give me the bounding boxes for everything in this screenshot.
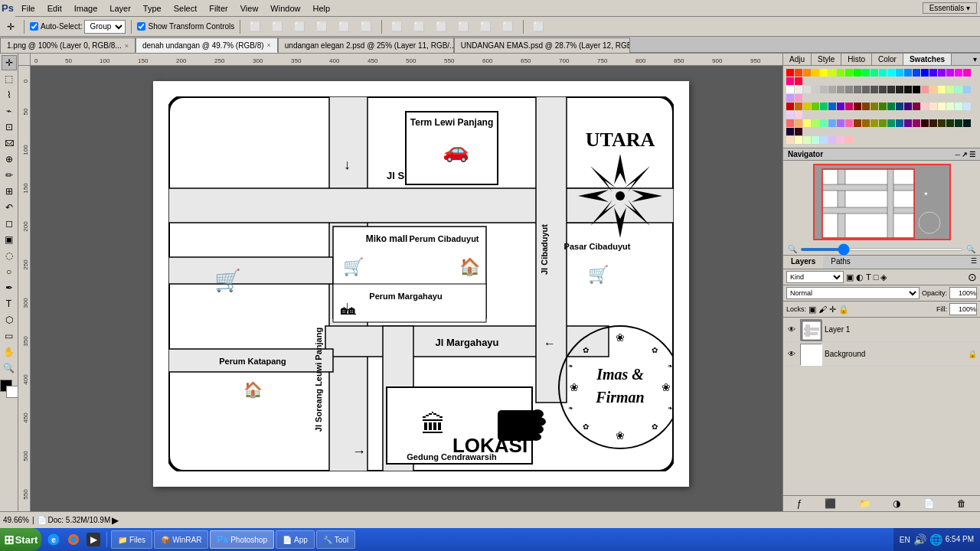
dist-h2-btn[interactable]: ⬜ — [432, 19, 451, 34]
swatch-000000[interactable] — [913, 86, 920, 93]
move-tool[interactable]: ✛ — [2, 55, 17, 70]
align-right-btn[interactable]: ⬜ — [290, 19, 309, 34]
swatch-777777[interactable] — [854, 86, 861, 93]
swatch-00ccff[interactable] — [896, 69, 903, 77]
swatch-669900[interactable] — [879, 119, 887, 127]
swatch-0088ff[interactable] — [904, 69, 912, 77]
background-color[interactable] — [6, 386, 18, 398]
navigator-minimize[interactable]: ─ — [956, 151, 960, 158]
swatch-330019[interactable] — [795, 128, 802, 135]
taskbar-app7-item[interactable]: 🔧Tool — [316, 530, 355, 549]
swatch-ff9999[interactable] — [921, 86, 929, 93]
tab-adjust[interactable]: Adju — [783, 54, 812, 65]
swatch-4400ff[interactable] — [929, 69, 937, 77]
swatch-00ffff[interactable] — [887, 69, 895, 77]
swatch-808000[interactable] — [871, 103, 878, 110]
layer-row-bg[interactable]: 👁 Background 🔒 — [783, 342, 980, 367]
swatch-ffddbb[interactable] — [786, 136, 794, 144]
layer-1-visibility[interactable]: 👁 — [786, 324, 797, 335]
add-mask-btn[interactable]: ⬛ — [825, 498, 836, 509]
align-top-btn[interactable]: ⬜ — [312, 19, 332, 34]
tab-1[interactable]: 1.png @ 100% (Layer 0, RGB/8... × — [0, 37, 136, 53]
align-bottom-btn[interactable]: ⬜ — [357, 19, 376, 34]
swatch-004080[interactable] — [896, 103, 903, 110]
status-doc-icon[interactable]: 📄 — [38, 516, 47, 524]
swatch-0044ff[interactable] — [913, 69, 920, 77]
blend-mode-select[interactable]: Normal Dissolve Multiply Screen Overlay — [786, 287, 920, 299]
swatch-ff8800[interactable] — [803, 69, 811, 77]
dist-v3-btn[interactable]: ⬜ — [498, 19, 518, 34]
swatch-ff0000[interactable] — [786, 69, 794, 77]
zoom-out-icon[interactable]: 🔍 — [788, 245, 797, 253]
filter-shape-icon[interactable]: □ — [874, 272, 879, 282]
swatch-6600cc[interactable] — [837, 103, 844, 110]
lock-all-btn[interactable]: 🔒 — [838, 305, 849, 315]
lock-image-btn[interactable]: 🖌 — [818, 305, 827, 314]
navigator-expand[interactable]: ↗ — [962, 151, 968, 158]
swatch-006699[interactable] — [896, 119, 903, 127]
tray-clock[interactable]: 6:54 PM — [946, 534, 974, 545]
swatch-0066cc[interactable] — [828, 103, 836, 110]
swatch-666666[interactable] — [862, 86, 870, 93]
swatch-330000[interactable] — [921, 119, 929, 127]
new-layer-btn[interactable]: 📄 — [923, 498, 935, 509]
menu-layer[interactable]: Layer — [103, 2, 137, 15]
swatch-ffbbbb[interactable] — [845, 136, 853, 144]
swatch-00ff88[interactable] — [871, 69, 878, 77]
layer-bg-visibility[interactable]: 👁 — [786, 349, 797, 360]
swatch-bbddff[interactable] — [820, 136, 828, 144]
swatch-003319[interactable] — [955, 119, 962, 127]
swatch-009966[interactable] — [887, 119, 895, 127]
swatch-cc99ff[interactable] — [786, 94, 794, 102]
swatch-ffbbdd[interactable] — [837, 136, 844, 144]
navigator-menu[interactable]: ☰ — [969, 151, 975, 158]
taskbar-ie-icon[interactable]: e — [44, 530, 63, 549]
dist-h3-btn[interactable]: ⬜ — [476, 19, 495, 34]
swatch-660099[interactable] — [904, 119, 912, 127]
swatch-993300[interactable] — [854, 119, 861, 127]
swatch-e5ccff[interactable] — [786, 111, 794, 119]
dist-v-btn[interactable]: ⬜ — [410, 19, 429, 34]
taskbar-app6-item[interactable]: 📄App — [276, 530, 315, 549]
tab-layers[interactable]: Layers — [783, 256, 823, 269]
swatch-bbbbbb[interactable] — [820, 86, 828, 93]
tab-color[interactable]: Color — [872, 54, 903, 65]
swatch-cc0000[interactable] — [786, 103, 794, 110]
swatch-ffffcc[interactable] — [938, 103, 946, 110]
selection-tool[interactable]: ⬚ — [2, 71, 17, 86]
auto-select-dropdown[interactable]: Group Layer — [84, 20, 126, 34]
taskbar-media-icon[interactable]: ▶ — [84, 530, 103, 549]
swatch-00ff00[interactable] — [854, 69, 861, 77]
align-left-btn[interactable]: ⬜ — [246, 19, 265, 34]
crop-tool[interactable]: ⊡ — [2, 119, 17, 135]
blur-tool[interactable]: ◌ — [2, 248, 17, 263]
swatch-bbffdd[interactable] — [812, 136, 819, 144]
shape-tool[interactable]: ▭ — [2, 328, 17, 344]
dist-h-btn[interactable]: ⬜ — [387, 19, 407, 34]
swatch-996600[interactable] — [862, 119, 870, 127]
menu-help[interactable]: Help — [306, 2, 336, 15]
tab-3[interactable]: undangan elegan 2.psd @ 25% (Layer 11, R… — [278, 37, 454, 53]
zoom-tool[interactable]: 🔍 — [2, 360, 17, 376]
swatch-ffcc00[interactable] — [812, 69, 819, 77]
swatch-ff0044[interactable] — [795, 77, 802, 85]
eyedropper-tool[interactable]: 🖂 — [2, 135, 17, 151]
swatch-ffffbb[interactable] — [795, 136, 802, 144]
hand-tool[interactable]: ✋ — [2, 344, 17, 360]
swatch-888888[interactable] — [845, 86, 853, 93]
tab-histo[interactable]: Histo — [841, 54, 872, 65]
swatch-990066[interactable] — [913, 119, 920, 127]
new-group-btn[interactable]: 📁 — [859, 498, 871, 509]
swatch-111111[interactable] — [904, 86, 912, 93]
swatch-00191a[interactable] — [963, 119, 971, 127]
swatch-ffaa66[interactable] — [795, 119, 802, 127]
new-adjustment-btn[interactable]: ◑ — [893, 498, 900, 509]
menu-window[interactable]: Window — [264, 2, 306, 15]
swatch-cc6600[interactable] — [795, 103, 802, 110]
swatch-ccff00[interactable] — [828, 69, 836, 77]
eraser-tool[interactable]: ◻ — [2, 216, 17, 231]
lasso-tool[interactable]: ⌇ — [2, 87, 17, 103]
swatch-ff0088[interactable] — [786, 77, 794, 85]
swatch-00ff44[interactable] — [862, 69, 870, 77]
swatch-66ffaa[interactable] — [820, 119, 828, 127]
